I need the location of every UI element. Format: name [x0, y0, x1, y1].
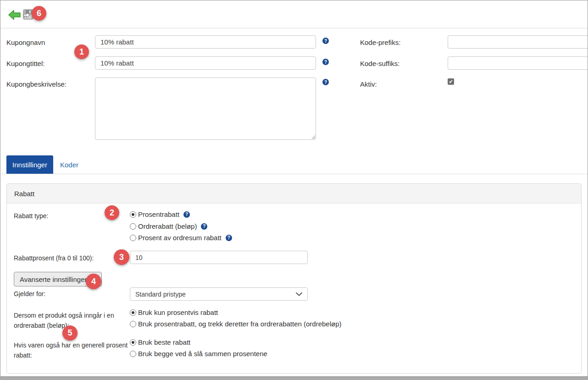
back-button[interactable] — [8, 10, 21, 20]
window-bottom-edge — [0, 376, 588, 380]
help-icon[interactable]: ? — [226, 235, 232, 241]
annotation-badge-1: 1 — [74, 44, 89, 59]
radio-ordrerabatt[interactable]: Ordrerabatt (beløp) ? — [130, 222, 207, 230]
kupongnavn-input[interactable] — [95, 35, 316, 49]
radio-icon[interactable] — [130, 321, 136, 327]
aktiv-label: Aktiv: — [360, 80, 377, 88]
radio-icon[interactable] — [130, 223, 136, 230]
gjelder-for-select[interactable]: Standard pristype — [130, 287, 308, 301]
coupon-edit-page: 6 1 2 3 4 5 Kupongnavn ? Kupongtittel: ?… — [0, 0, 588, 380]
kupongtittel-input[interactable] — [95, 56, 316, 70]
radio-icon[interactable] — [130, 211, 136, 218]
advanced-settings-label: Avanserte innstillinger — [20, 275, 87, 283]
select-value: Standard pristype — [135, 291, 186, 298]
radio-prosentrabatt[interactable]: Prosentrabatt ? — [130, 210, 190, 218]
rabattprosent-input[interactable] — [130, 251, 308, 264]
radio-icon[interactable] — [130, 351, 136, 357]
annotation-badge-2: 2 — [105, 205, 119, 220]
gjelder-for-label: Gjelder for: — [14, 290, 45, 297]
help-icon[interactable]: ? — [201, 223, 207, 230]
radio-prosent-av-ordresum[interactable]: Prosent av ordresum rabatt ? — [130, 234, 232, 242]
help-icon[interactable]: ? — [183, 211, 190, 218]
radio-bruk-prosentrabatt-trekk[interactable]: Bruk prosentrabatt, og trekk deretter fr… — [130, 320, 342, 328]
radio-label: Ordrerabatt (beløp) — [138, 222, 197, 230]
tab-innstillinger[interactable]: Innstillinger — [6, 155, 53, 174]
chevron-down-icon — [296, 292, 302, 296]
annotation-badge-4: 4 — [86, 274, 101, 289]
tab-koder[interactable]: Koder — [53, 155, 85, 174]
annotation-badge-3: 3 — [114, 249, 129, 265]
kupongbeskrivelse-label: Kupongbeskrivelse: — [6, 80, 67, 88]
help-icon[interactable]: ? — [322, 59, 329, 65]
radio-icon[interactable] — [130, 309, 136, 316]
back-arrow-icon — [8, 10, 21, 20]
annotation-badge-6: 6 — [32, 6, 46, 21]
radio-label: Prosentrabatt — [138, 210, 179, 218]
rabattprosent-label: Rabattprosent (fra 0 til 100): — [14, 254, 94, 262]
kode-prefiks-label: Kode-prefiks: — [360, 39, 400, 46]
tab-strip-divider — [0, 174, 588, 174]
kode-suffiks-input[interactable] — [448, 56, 588, 70]
radio-label: Bruk begge ved å slå sammen prosentene — [138, 350, 267, 358]
toolbar — [0, 0, 588, 28]
radio-label: Bruk kun prosentvis rabatt — [138, 308, 218, 316]
kupongnavn-label: Kupongnavn — [6, 39, 45, 46]
kode-prefiks-input[interactable] — [448, 35, 588, 49]
radio-bruk-begge[interactable]: Bruk begge ved å slå sammen prosentene — [130, 350, 267, 358]
radio-bruk-kun-prosentvis[interactable]: Bruk kun prosentvis rabatt — [130, 308, 218, 316]
aktiv-checkbox[interactable]: ✔ — [448, 78, 454, 85]
kupongtittel-label: Kupongtittel: — [6, 60, 44, 67]
help-icon[interactable]: ? — [322, 38, 329, 44]
rabatt-panel-title: Rabatt — [7, 184, 581, 204]
help-icon[interactable]: ? — [322, 79, 329, 85]
radio-label: Bruk prosentrabatt, og trekk deretter fr… — [138, 320, 342, 328]
radio-icon[interactable] — [130, 235, 136, 241]
radio-icon[interactable] — [130, 339, 136, 346]
kupongbeskrivelse-textarea[interactable] — [95, 77, 316, 140]
radio-label: Bruk beste rabatt — [138, 338, 190, 346]
radio-label: Prosent av ordresum rabatt — [138, 234, 222, 242]
kode-suffiks-label: Kode-suffiks: — [360, 60, 399, 67]
rabatt-type-label: Rabatt type: — [14, 212, 49, 220]
radio-bruk-beste-rabatt[interactable]: Bruk beste rabatt — [130, 338, 190, 346]
annotation-badge-5: 5 — [62, 325, 78, 341]
generell-group-label: Hvis varen også har en generell prosent … — [14, 340, 134, 360]
